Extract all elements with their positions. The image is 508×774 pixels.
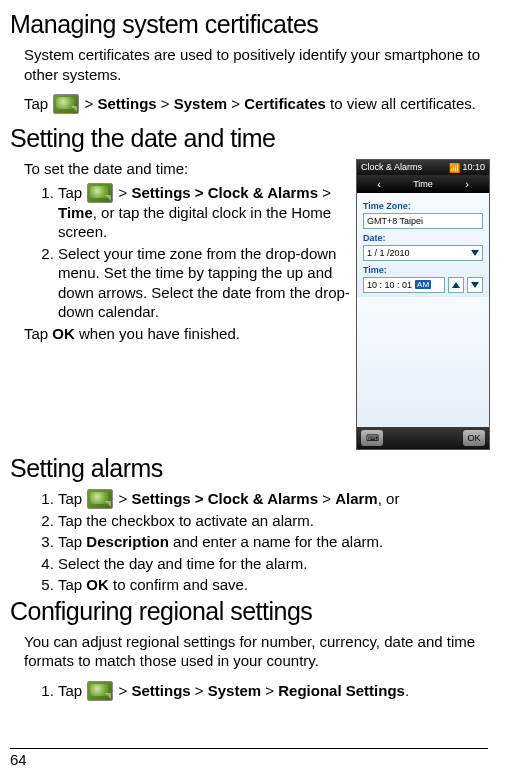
start-icon [87, 681, 113, 701]
sep: > [227, 95, 244, 112]
path-alarm: Alarm [335, 490, 378, 507]
device-clock: 10:10 [462, 162, 485, 172]
text: to confirm and save. [109, 576, 248, 593]
path-settings: Settings [97, 95, 156, 112]
path-system: System [174, 95, 227, 112]
chevron-down-icon [471, 250, 479, 256]
certs-intro: System certificates are used to positive… [24, 45, 490, 84]
alarm-steps: Tap > Settings > Clock & Alarms > Alarm,… [42, 489, 490, 595]
tab-prev[interactable]: ‹ [357, 178, 401, 190]
keyboard-icon: ⌨ [366, 433, 379, 443]
heading-managing-certs: Managing system certificates [10, 10, 490, 39]
start-icon [87, 489, 113, 509]
triangle-down-icon [471, 282, 479, 288]
tz-label: Time Zone: [363, 201, 483, 211]
sep: > [318, 184, 331, 201]
regional-steps: Tap > Settings > System > Regional Setti… [42, 681, 490, 701]
certs-path-line: Tap > Settings > System > Certificates t… [24, 94, 490, 114]
page-number: 64 [10, 751, 27, 768]
text: Tap [24, 325, 52, 342]
path-system: System [208, 682, 261, 699]
ampm-badge: AM [415, 280, 431, 289]
path-time: Time [58, 204, 93, 221]
path-regional: Regional Settings [278, 682, 405, 699]
text: and enter a name for the alarm. [169, 533, 383, 550]
text: when you have finished. [75, 325, 240, 342]
text: to view all certificates. [326, 95, 476, 112]
triangle-up-icon [452, 282, 460, 288]
signal-icon: 📶 [449, 163, 460, 173]
bold: OK [86, 576, 109, 593]
chevron-right-icon: › [465, 178, 469, 190]
heading-alarms: Setting alarms [10, 454, 490, 483]
device-titlebar: Clock & Alarms 📶 10:10 [357, 160, 489, 175]
text: Tap [58, 490, 86, 507]
regional-intro: You can adjust regional settings for num… [24, 632, 490, 671]
device-screenshot: Clock & Alarms 📶 10:10 ‹ Time › Time Zon… [356, 159, 490, 450]
time-up-button[interactable] [448, 277, 464, 293]
list-item: Select the day and time for the alarm. [58, 554, 490, 574]
device-status: 📶 10:10 [449, 162, 485, 173]
page-footer: 64 [10, 748, 488, 768]
sep: > [80, 95, 97, 112]
list-item: Tap Description and enter a name for the… [58, 532, 490, 552]
time-value: 10 : 10 : 01 [367, 280, 412, 290]
time-down-button[interactable] [467, 277, 483, 293]
text: Tap [58, 184, 86, 201]
text: , or tap the digital clock in the Home s… [58, 204, 331, 241]
date-value: 1 / 1 /2010 [367, 248, 410, 258]
list-item: Tap the checkbox to activate an alarm. [58, 511, 490, 531]
start-icon [53, 94, 79, 114]
heading-regional: Configuring regional settings [10, 597, 490, 626]
keyboard-button[interactable]: ⌨ [361, 430, 383, 446]
start-icon [87, 183, 113, 203]
device-title: Clock & Alarms [361, 162, 422, 173]
tab-next[interactable]: › [445, 178, 489, 190]
path: Settings > Clock & Alarms [131, 184, 318, 201]
date-dropdown[interactable]: 1 / 1 /2010 [363, 245, 483, 261]
sep: > [191, 682, 208, 699]
tz-dropdown[interactable]: GMT+8 Taipei [363, 213, 483, 229]
text: . [405, 682, 409, 699]
ok-button[interactable]: OK [463, 430, 485, 446]
path-settings: Settings [131, 682, 190, 699]
tab-time[interactable]: Time [401, 179, 445, 189]
ok-text: OK [52, 325, 75, 342]
tz-value: GMT+8 Taipei [367, 216, 423, 226]
date-label: Date: [363, 233, 483, 243]
list-item: Tap > Settings > Clock & Alarms > Alarm,… [58, 489, 490, 509]
time-field[interactable]: 10 : 10 : 01 AM [363, 277, 445, 293]
sep: > [261, 682, 278, 699]
list-item: Tap OK to confirm and save. [58, 575, 490, 595]
time-label: Time: [363, 265, 483, 275]
device-bottombar: ⌨ OK [357, 427, 489, 449]
text: Tap [58, 682, 86, 699]
path: Settings > Clock & Alarms [131, 490, 318, 507]
bold: Description [86, 533, 169, 550]
chevron-left-icon: ‹ [377, 178, 381, 190]
text: Tap [58, 533, 86, 550]
sep: > [157, 95, 174, 112]
text: Tap [58, 576, 86, 593]
heading-date-time: Setting the date and time [10, 124, 490, 153]
path-certificates: Certificates [244, 95, 326, 112]
text: Tap [24, 95, 52, 112]
list-item: Tap > Settings > System > Regional Setti… [58, 681, 490, 701]
device-empty-area [357, 297, 489, 427]
text: , or [378, 490, 400, 507]
sep: > [318, 490, 335, 507]
device-tabbar: ‹ Time › [357, 175, 489, 193]
sep: > [114, 682, 131, 699]
